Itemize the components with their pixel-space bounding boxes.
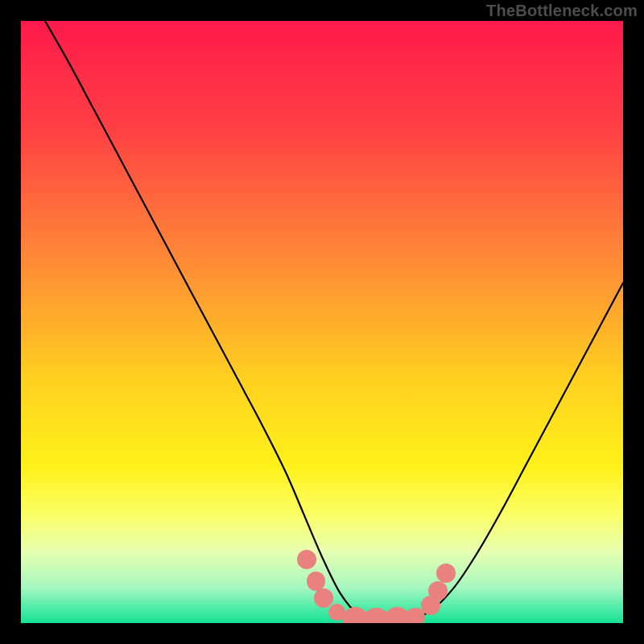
plot-area	[21, 21, 623, 623]
background-gradient	[21, 21, 623, 623]
chart-frame: TheBottleneck.com	[0, 0, 644, 644]
watermark-text: TheBottleneck.com	[486, 2, 638, 20]
